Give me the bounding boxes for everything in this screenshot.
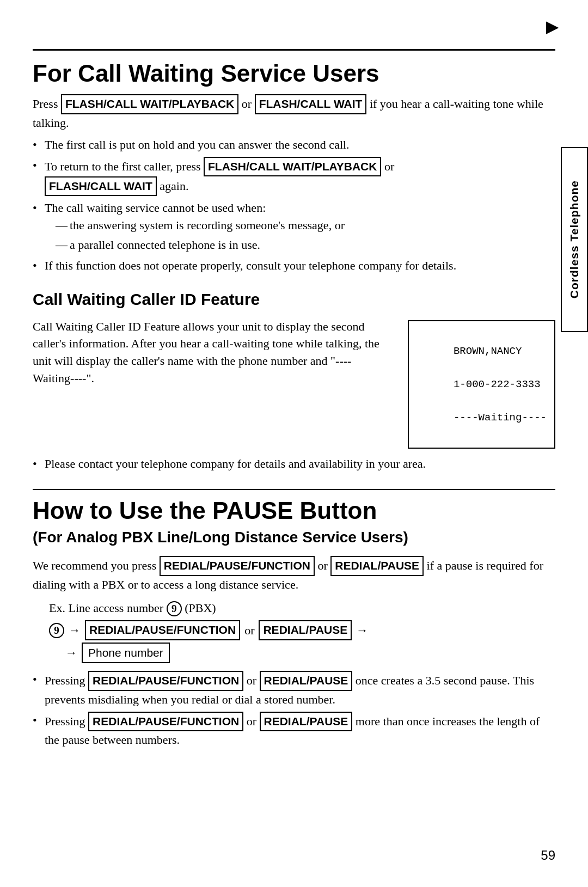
step2-arrow: → — [65, 644, 77, 662]
section1-intro: Press FLASH/CALL WAIT/PLAYBACK or FLASH/… — [33, 94, 555, 131]
redial-pause-func-btn2: REDIAL/PAUSE/FUNCTION — [85, 620, 240, 640]
section2-intro: We recommend you press REDIAL/PAUSE/FUNC… — [33, 556, 555, 593]
circle-9-example: 9 — [167, 601, 182, 616]
sub-item-2: a parallel connected telephone is in use… — [56, 236, 555, 254]
subsection1-bullets: Please contact your telephone company fo… — [33, 455, 555, 473]
flash-call-wait-playback-btn2: FLASH/CALL WAIT/PLAYBACK — [204, 157, 381, 176]
bullet-item-3: The call waiting service cannot be used … — [33, 199, 555, 254]
step2-line: → Phone number — [65, 643, 555, 663]
redial-pause-btn2: REDIAL/PAUSE — [259, 620, 352, 640]
step1-end-arrow: → — [356, 622, 368, 639]
cw-content: Call Waiting Caller ID Feature allows yo… — [33, 318, 555, 449]
section2-divider — [33, 489, 555, 490]
redial-pause-func-btn1: REDIAL/PAUSE/FUNCTION — [160, 556, 315, 576]
cw-text: Call Waiting Caller ID Feature allows yo… — [33, 318, 391, 388]
top-divider — [33, 49, 555, 51]
step1-or: or — [244, 622, 254, 639]
phone-number-box: Phone number — [82, 643, 170, 663]
flash-call-wait-playback-btn1: FLASH/CALL WAIT/PLAYBACK — [61, 94, 238, 114]
bullet-item-2: To return to the first caller, press FLA… — [33, 157, 555, 197]
call-waiting-sub-list: the answering system is recording someon… — [56, 217, 555, 254]
section2-subtitle: (For Analog PBX Line/Long Distance Servi… — [33, 527, 555, 549]
side-label-container: Cordless Telephone — [561, 147, 588, 332]
section2-bullet-2: Pressing REDIAL/PAUSE/FUNCTION or REDIAL… — [33, 712, 555, 749]
side-label-text: Cordless Telephone — [566, 180, 583, 298]
section2-bottom-notes: Pressing REDIAL/PAUSE/FUNCTION or REDIAL… — [33, 671, 555, 749]
redial-pause-btn1: REDIAL/PAUSE — [330, 556, 424, 576]
section1-bullet-list: The first call is put on hold and you ca… — [33, 136, 555, 274]
bullet-item-4: If this function does not operate proper… — [33, 257, 555, 274]
step1-arrow: → — [69, 622, 81, 639]
page-number: 59 — [541, 846, 555, 865]
sub-item-1: the answering system is recording someon… — [56, 217, 555, 234]
example-line: Ex. Line access number 9 (PBX) — [49, 600, 555, 617]
subsection1-note: Please contact your telephone company fo… — [33, 455, 555, 473]
redial-pause-btn3: REDIAL/PAUSE — [260, 671, 353, 690]
section2-bullet-list: Pressing REDIAL/PAUSE/FUNCTION or REDIAL… — [33, 671, 555, 749]
section2-title: How to Use the PAUSE Button — [33, 498, 555, 524]
caller-id-display: BROWN,NANCY 1-000-222-3333 ----Waiting--… — [408, 320, 555, 449]
flash-call-wait-btn2: FLASH/CALL WAIT — [45, 176, 157, 196]
section2-bullet-1: Pressing REDIAL/PAUSE/FUNCTION or REDIAL… — [33, 671, 555, 708]
section1-title: For Call Waiting Service Users — [33, 60, 555, 87]
redial-pause-btn4: REDIAL/PAUSE — [260, 712, 353, 731]
redial-pause-func-btn4: REDIAL/PAUSE/FUNCTION — [88, 712, 243, 731]
subsection1-title: Call Waiting Caller ID Feature — [33, 287, 555, 311]
top-arrow-icon: ▶ — [546, 16, 558, 39]
step1-line: 9 → REDIAL/PAUSE/FUNCTION or REDIAL/PAUS… — [49, 620, 555, 640]
circle-9-step: 9 — [49, 623, 64, 638]
redial-pause-func-btn3: REDIAL/PAUSE/FUNCTION — [88, 671, 243, 690]
flash-call-wait-btn1: FLASH/CALL WAIT — [255, 94, 367, 114]
call-waiting-section: Call Waiting Caller ID Feature Call Wait… — [33, 287, 555, 473]
bullet-item-1: The first call is put on hold and you ca… — [33, 136, 555, 154]
